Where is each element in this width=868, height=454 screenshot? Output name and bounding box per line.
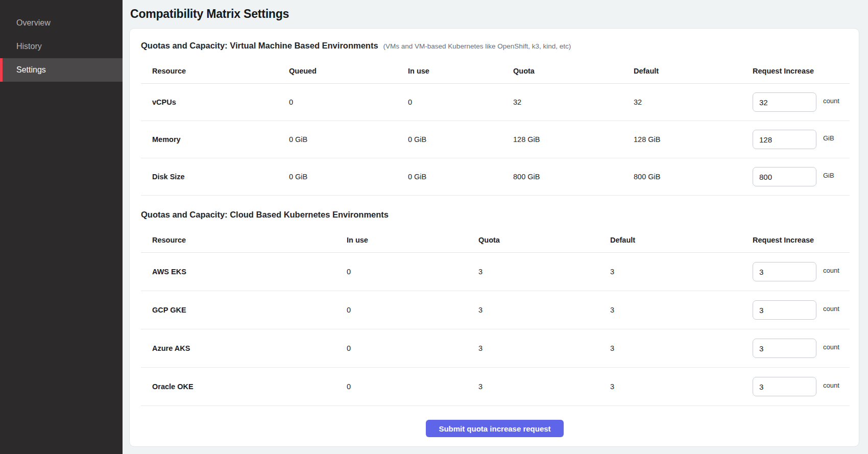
request-increase-input-group: GiB — [753, 167, 850, 186]
value-cell: 3 — [467, 253, 599, 291]
sidebar-item-history[interactable]: History — [0, 35, 123, 58]
resource-cell: Oracle OKE — [141, 368, 335, 406]
value-cell: 0 — [335, 368, 467, 406]
value-cell: 0 — [335, 253, 467, 291]
sidebar-item-settings[interactable]: Settings — [0, 58, 123, 82]
column-header: Default — [599, 222, 741, 253]
column-header: Resource — [141, 53, 278, 84]
table-row: AWS EKS033count — [141, 253, 850, 291]
value-cell: 0 — [335, 329, 467, 368]
resource-cell: Azure AKS — [141, 329, 335, 368]
quota-table: ResourceIn useQuotaDefaultRequest Increa… — [141, 222, 850, 406]
value-cell: 3 — [467, 368, 599, 406]
column-header: In use — [335, 222, 467, 253]
value-cell: 3 — [467, 329, 599, 368]
value-cell: 0 GiB — [397, 121, 502, 158]
column-header: Request Increase — [741, 222, 850, 253]
submit-quota-increase-button[interactable]: Submit quota increase request — [426, 420, 563, 437]
section-heading: Quotas and Capacity: Virtual Machine Bas… — [141, 41, 849, 51]
sidebar-item-overview[interactable]: Overview — [0, 11, 123, 35]
request-increase-cell: GiB — [741, 121, 850, 158]
value-cell: 0 — [335, 291, 467, 329]
request-increase-cell: count — [741, 84, 850, 121]
value-cell: 3 — [599, 291, 741, 329]
resource-cell: AWS EKS — [141, 253, 335, 291]
column-header: Request Increase — [741, 53, 850, 84]
column-header: Queued — [278, 53, 397, 84]
request-increase-input[interactable] — [753, 377, 816, 396]
resource-cell: Memory — [141, 121, 278, 158]
unit-label: count — [823, 343, 839, 351]
value-cell: 3 — [599, 368, 741, 406]
value-cell: 0 — [278, 84, 397, 121]
request-increase-input-group: count — [753, 262, 850, 281]
unit-label: GiB — [823, 172, 834, 179]
table-header-row: ResourceQueuedIn useQuotaDefaultRequest … — [141, 53, 850, 84]
unit-label: count — [823, 267, 839, 274]
resource-cell: Disk Size — [141, 158, 278, 196]
table-row: vCPUs003232count — [141, 84, 850, 121]
request-increase-cell: count — [741, 253, 850, 291]
column-header: Default — [622, 53, 741, 84]
value-cell: 0 — [397, 84, 502, 121]
table-row: Disk Size0 GiB0 GiB800 GiB800 GiBGiB — [141, 158, 850, 196]
table-row: Oracle OKE033count — [141, 368, 850, 406]
request-increase-input[interactable] — [753, 262, 816, 281]
request-increase-input[interactable] — [753, 130, 816, 149]
section-title: Quotas and Capacity: Cloud Based Kuberne… — [141, 210, 389, 220]
table-header-row: ResourceIn useQuotaDefaultRequest Increa… — [141, 222, 850, 253]
page-title: Compatibility Matrix Settings — [130, 7, 859, 21]
value-cell: 3 — [467, 291, 599, 329]
request-increase-cell: count — [741, 291, 850, 329]
sidebar: OverviewHistorySettings — [0, 0, 123, 454]
column-header: Quota — [502, 53, 622, 84]
table-row: Azure AKS033count — [141, 329, 850, 368]
value-cell: 32 — [622, 84, 741, 121]
resource-cell: GCP GKE — [141, 291, 335, 329]
request-increase-input[interactable] — [753, 92, 816, 112]
value-cell: 800 GiB — [502, 158, 622, 196]
value-cell: 0 GiB — [397, 158, 502, 196]
main-content: Compatibility Matrix Settings Quotas and… — [123, 0, 868, 454]
section-title: Quotas and Capacity: Virtual Machine Bas… — [141, 41, 378, 51]
request-increase-input[interactable] — [753, 167, 816, 186]
column-header: Resource — [141, 222, 335, 253]
value-cell: 0 GiB — [278, 158, 397, 196]
request-increase-cell: GiB — [741, 158, 850, 196]
table-row: GCP GKE033count — [141, 291, 850, 329]
table-row: Memory0 GiB0 GiB128 GiB128 GiBGiB — [141, 121, 850, 158]
value-cell: 3 — [599, 329, 741, 368]
value-cell: 32 — [502, 84, 622, 121]
request-increase-input-group: count — [753, 300, 850, 320]
request-increase-input-group: count — [753, 339, 850, 358]
request-increase-input[interactable] — [753, 300, 816, 320]
unit-label: count — [823, 97, 839, 105]
resource-cell: vCPUs — [141, 84, 278, 121]
quota-table: ResourceQueuedIn useQuotaDefaultRequest … — [141, 53, 850, 196]
unit-label: count — [823, 305, 839, 313]
settings-card: Quotas and Capacity: Virtual Machine Bas… — [129, 28, 859, 447]
value-cell: 0 GiB — [278, 121, 397, 158]
value-cell: 128 GiB — [622, 121, 741, 158]
request-increase-cell: count — [741, 368, 850, 406]
section-subtitle: (VMs and VM-based Kubernetes like OpenSh… — [383, 42, 571, 50]
value-cell: 800 GiB — [622, 158, 741, 196]
value-cell: 128 GiB — [502, 121, 622, 158]
request-increase-input-group: GiB — [753, 130, 850, 149]
request-increase-input[interactable] — [753, 339, 816, 358]
unit-label: GiB — [823, 134, 834, 142]
value-cell: 3 — [599, 253, 741, 291]
request-increase-input-group: count — [753, 377, 850, 396]
request-increase-cell: count — [741, 329, 850, 368]
unit-label: count — [823, 381, 839, 389]
section-heading: Quotas and Capacity: Cloud Based Kuberne… — [141, 210, 849, 220]
column-header: In use — [397, 53, 502, 84]
button-row: Submit quota increase request — [141, 420, 849, 437]
column-header: Quota — [467, 222, 599, 253]
request-increase-input-group: count — [753, 92, 850, 112]
